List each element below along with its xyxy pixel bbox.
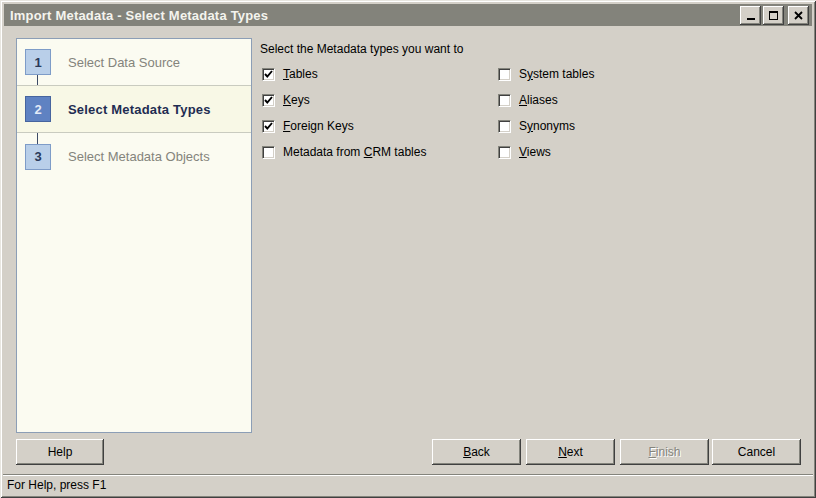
step-label: Select Metadata Objects xyxy=(68,149,210,164)
checkbox-row-keys[interactable]: Keys xyxy=(262,93,426,107)
title-bar[interactable]: Import Metadata - Select Metadata Types xyxy=(4,4,812,26)
step-label: Select Metadata Types xyxy=(68,102,211,117)
maximize-icon xyxy=(769,11,778,20)
content-header: Select the Metadata types you want to xyxy=(260,42,463,56)
checkbox-column-left: TablesKeysForeign KeysMetadata from CRM … xyxy=(262,67,426,171)
help-button[interactable]: Help xyxy=(16,439,104,465)
status-text: For Help, press F1 xyxy=(7,478,106,492)
step-label: Select Data Source xyxy=(68,55,180,70)
checkbox-row-metadata-from-crm-tables[interactable]: Metadata from CRM tables xyxy=(262,145,426,159)
checkbox-column-right: System tablesAliasesSynonymsViews xyxy=(498,67,594,171)
finish-button[interactable]: Finish xyxy=(620,439,709,465)
checkbox-row-synonyms[interactable]: Synonyms xyxy=(498,119,594,133)
minimize-icon xyxy=(747,18,755,20)
checkbox-row-views[interactable]: Views xyxy=(498,145,594,159)
step-number-badge: 1 xyxy=(25,49,51,75)
checkbox-label[interactable]: System tables xyxy=(519,67,594,81)
checkbox-aliases[interactable] xyxy=(498,94,511,107)
checkbox-synonyms[interactable] xyxy=(498,120,511,133)
dialog-window: Import Metadata - Select Metadata Types … xyxy=(0,0,816,498)
checkbox-label[interactable]: Synonyms xyxy=(519,119,575,133)
checkbox-label[interactable]: Metadata from CRM tables xyxy=(283,145,426,159)
checkbox-metadata-from-crm-tables[interactable] xyxy=(262,146,275,159)
checkbox-system-tables[interactable] xyxy=(498,68,511,81)
step-number-badge: 2 xyxy=(25,96,51,122)
wizard-step-select-metadata-types: 2Select Metadata Types xyxy=(17,86,251,133)
checkbox-label[interactable]: Aliases xyxy=(519,93,558,107)
wizard-step-select-data-source: 1Select Data Source xyxy=(17,39,251,86)
window-title: Import Metadata - Select Metadata Types xyxy=(10,8,268,23)
checkbox-keys[interactable] xyxy=(262,94,275,107)
checkmark-icon xyxy=(264,70,273,79)
wizard-steps-panel: 1Select Data Source2Select Metadata Type… xyxy=(16,38,252,433)
checkbox-row-foreign-keys[interactable]: Foreign Keys xyxy=(262,119,426,133)
checkbox-label[interactable]: Foreign Keys xyxy=(283,119,354,133)
wizard-steps-list: 1Select Data Source2Select Metadata Type… xyxy=(17,39,251,180)
maximize-button[interactable] xyxy=(763,6,784,25)
close-icon xyxy=(794,11,803,20)
checkbox-label[interactable]: Views xyxy=(519,145,551,159)
next-button[interactable]: Next xyxy=(526,439,615,465)
minimize-button[interactable] xyxy=(740,6,761,25)
checkbox-label[interactable]: Tables xyxy=(283,67,318,81)
checkbox-views[interactable] xyxy=(498,146,511,159)
status-bar: For Help, press F1 xyxy=(3,474,813,495)
checkmark-icon xyxy=(264,122,273,131)
checkbox-row-aliases[interactable]: Aliases xyxy=(498,93,594,107)
checkbox-tables[interactable] xyxy=(262,68,275,81)
cancel-button[interactable]: Cancel xyxy=(712,439,801,465)
checkbox-label[interactable]: Keys xyxy=(283,93,310,107)
close-button[interactable] xyxy=(788,6,809,25)
window-controls xyxy=(740,6,812,25)
checkmark-icon xyxy=(264,96,273,105)
checkbox-row-tables[interactable]: Tables xyxy=(262,67,426,81)
wizard-step-select-metadata-objects: 3Select Metadata Objects xyxy=(17,133,251,180)
step-number-badge: 3 xyxy=(25,144,51,170)
checkbox-foreign-keys[interactable] xyxy=(262,120,275,133)
checkbox-row-system-tables[interactable]: System tables xyxy=(498,67,594,81)
back-button[interactable]: Back xyxy=(432,439,521,465)
